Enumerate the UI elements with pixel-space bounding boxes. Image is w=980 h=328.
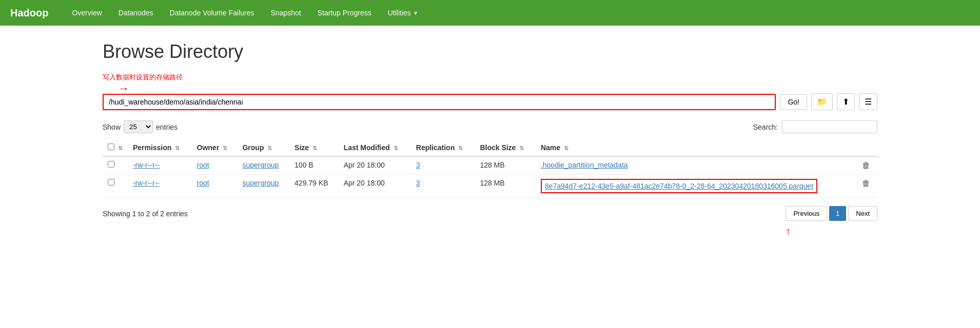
path-annotation-wrapper: 写入数据时设置的存储路径 → (103, 73, 877, 93)
col-replication: Replication ⇅ (411, 139, 475, 156)
page-title: Browse Directory (103, 41, 877, 63)
navbar-item-datanode-volume-failures[interactable]: Datanode Volume Failures (162, 2, 263, 24)
search-label: Search: (753, 123, 778, 131)
col-name: Name ⇅ (536, 139, 857, 156)
row-checkbox-cell (103, 175, 128, 198)
show-label: Show (103, 123, 121, 131)
col-size-label: Size (295, 144, 309, 152)
data-annotation: ↑ 数据 (781, 225, 795, 236)
sort-icon-last-modified[interactable]: ⇅ (394, 145, 398, 151)
upload-icon: ⬆ (842, 97, 849, 106)
showing-text: Showing 1 to 2 of 2 entries (103, 210, 188, 218)
directory-table: ⇅ Permission ⇅ Owner ⇅ Group ⇅ Size ⇅ (103, 139, 877, 198)
row-delete-cell: 🗑 (857, 175, 877, 198)
table-footer: Showing 1 to 2 of 2 entries Previous 1 N… (103, 206, 877, 221)
navbar-link-overview[interactable]: Overview (64, 2, 110, 24)
owner-link[interactable]: root (197, 161, 209, 169)
col-block-size: Block Size ⇅ (475, 139, 536, 156)
path-input[interactable] (103, 94, 776, 110)
col-last-modified: Last Modified ⇅ (339, 139, 411, 156)
navbar-link-startup-progress[interactable]: Startup Progress (309, 2, 380, 24)
row-replication: 3 (411, 175, 475, 198)
sort-icon-owner[interactable]: ⇅ (223, 145, 227, 151)
table-row: -rw-r--r-- root supergroup 100 B Apr 20 … (103, 156, 877, 175)
sort-icon-replication[interactable]: ⇅ (458, 145, 463, 151)
select-all-checkbox[interactable] (108, 144, 114, 150)
entries-select[interactable]: 10 25 50 100 (124, 120, 153, 133)
replication-link[interactable]: 3 (416, 161, 420, 169)
path-bar: Go! 📁 ⬆ ☰ (103, 93, 877, 110)
table-controls: Show 10 25 50 100 entries Search: (103, 120, 877, 133)
permission-link[interactable]: -rw-r--r-- (133, 179, 160, 187)
sort-icon-group[interactable]: ⇅ (267, 145, 272, 151)
group-link[interactable]: supergroup (242, 161, 279, 169)
sort-icon-name[interactable]: ⇅ (564, 145, 569, 151)
row-size: 100 B (289, 156, 339, 175)
show-entries: Show 10 25 50 100 entries (103, 120, 178, 133)
list-icon: ☰ (865, 97, 872, 106)
navbar-brand: Hadoop (10, 7, 48, 19)
sort-icon-checkbox: ⇅ (118, 145, 123, 151)
row-name: 8e7a94d7-e212-43e5-a9af-481ac2e74b78-0_2… (536, 175, 857, 198)
row-replication: 3 (411, 156, 475, 175)
navbar-item-datanodes[interactable]: Datanodes (110, 2, 162, 24)
row-last-modified: Apr 20 18:00 (339, 156, 411, 175)
row-checkbox-cell (103, 156, 128, 175)
main-content: Browse Directory 写入数据时设置的存储路径 → Go! 📁 ⬆ … (0, 26, 980, 236)
navbar-nav: Overview Datanodes Datanode Volume Failu… (64, 2, 426, 24)
permission-link[interactable]: -rw-r--r-- (133, 161, 160, 169)
col-actions (857, 139, 877, 156)
row-delete-cell: 🗑 (857, 156, 877, 175)
group-link[interactable]: supergroup (242, 179, 279, 187)
col-name-label: Name (541, 144, 560, 152)
col-size: Size ⇅ (289, 139, 339, 156)
row-size: 429.79 KB (289, 175, 339, 198)
col-permission-label: Permission (133, 144, 171, 152)
owner-link[interactable]: root (197, 179, 209, 187)
row-permission: -rw-r--r-- (128, 156, 192, 175)
path-annotation-arrow: → (118, 82, 129, 95)
trash-icon[interactable]: 🗑 (862, 179, 870, 188)
table-footer-area: Showing 1 to 2 of 2 entries Previous 1 N… (103, 206, 877, 221)
sort-icon-block-size[interactable]: ⇅ (519, 145, 524, 151)
previous-button[interactable]: Previous (786, 206, 827, 221)
navbar: Hadoop Overview Datanodes Datanode Volum… (0, 0, 980, 26)
row-block-size: 128 MB (475, 175, 536, 198)
row-block-size: 128 MB (475, 156, 536, 175)
table-header: ⇅ Permission ⇅ Owner ⇅ Group ⇅ Size ⇅ (103, 139, 877, 156)
checkbox-header: ⇅ (103, 139, 128, 156)
go-button[interactable]: Go! (780, 94, 807, 110)
upload-icon-button[interactable]: ⬆ (837, 93, 855, 110)
navbar-link-snapshot[interactable]: Snapshot (263, 2, 309, 24)
col-replication-label: Replication (416, 144, 455, 152)
navbar-item-startup-progress[interactable]: Startup Progress (309, 2, 380, 24)
next-button[interactable]: Next (848, 206, 877, 221)
navbar-link-datanodes[interactable]: Datanodes (110, 2, 162, 24)
navbar-link-utilities[interactable]: Utilities ▼ (380, 2, 426, 24)
row-last-modified: Apr 20 18:00 (339, 175, 411, 198)
row-name: .hoodie_partition_metadata (536, 156, 857, 175)
page-number[interactable]: 1 (829, 206, 846, 221)
row-checkbox[interactable] (108, 179, 114, 186)
sort-icon-size[interactable]: ⇅ (312, 145, 317, 151)
navbar-item-utilities[interactable]: Utilities ▼ (380, 2, 426, 24)
sort-icon-permission[interactable]: ⇅ (175, 145, 180, 151)
file-name-link[interactable]: 8e7a94d7-e212-43e5-a9af-481ac2e74b78-0_2… (545, 182, 813, 190)
row-group: supergroup (237, 156, 289, 175)
search-box: Search: (753, 120, 877, 133)
list-icon-button[interactable]: ☰ (859, 93, 877, 110)
navbar-link-datanode-volume-failures[interactable]: Datanode Volume Failures (162, 2, 263, 24)
col-owner: Owner ⇅ (192, 139, 238, 156)
path-annotation-label: 写入数据时设置的存储路径 (103, 73, 183, 82)
folder-icon-button[interactable]: 📁 (811, 93, 833, 110)
table-body: -rw-r--r-- root supergroup 100 B Apr 20 … (103, 156, 877, 198)
file-name-link[interactable]: .hoodie_partition_metadata (541, 161, 628, 169)
row-group: supergroup (237, 175, 289, 198)
trash-icon[interactable]: 🗑 (862, 161, 870, 170)
row-checkbox[interactable] (108, 161, 114, 168)
replication-link[interactable]: 3 (416, 179, 420, 187)
navbar-item-overview[interactable]: Overview (64, 2, 110, 24)
search-input[interactable] (782, 120, 877, 133)
data-annotation-arrow: ↑ (786, 225, 791, 236)
navbar-item-snapshot[interactable]: Snapshot (263, 2, 309, 24)
